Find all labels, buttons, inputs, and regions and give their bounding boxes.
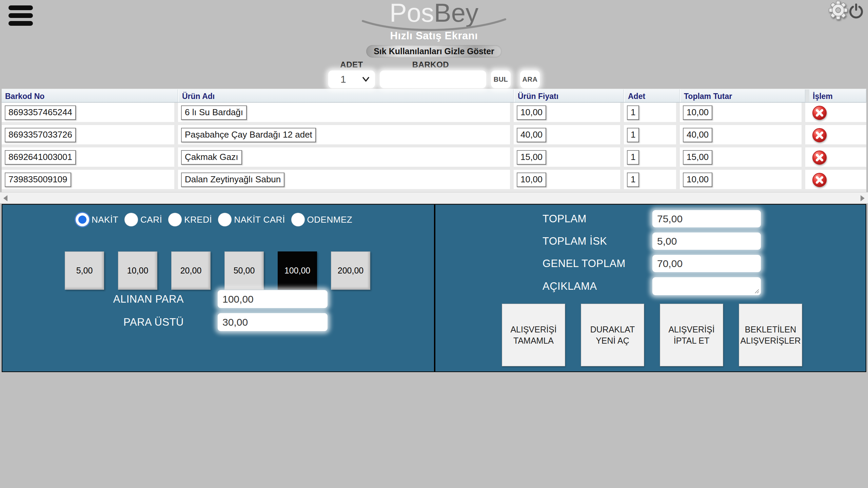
aciklama-label: AÇIKLAMA [542, 280, 652, 292]
toplam-input[interactable] [652, 210, 761, 227]
posbey-logo: PosBey [386, 0, 482, 30]
held-sales-button[interactable]: BEKLETİLEN ALIŞVERİŞLER [739, 304, 802, 366]
column-header-islem: İşlem [805, 89, 866, 102]
barcode-cell[interactable]: 8692641003001 [5, 150, 76, 165]
denomination-button-20[interactable]: 20,00 [171, 251, 211, 290]
price-cell[interactable]: 15,00 [517, 150, 546, 165]
cancel-sale-button[interactable]: ALIŞVERİŞİ İPTAL ET [660, 304, 723, 366]
column-header-barkod: Barkod No [2, 89, 178, 102]
barcode-cell[interactable]: 8693357465244 [5, 105, 76, 120]
table-header-row: Barkod No Ürün Adı Ürün Fiyatı Adet Topl… [2, 89, 866, 103]
radio-nakit[interactable]: NAKİT [76, 213, 118, 226]
toplam-isk-label: TOPLAM İSK [542, 235, 652, 247]
quantity-cell[interactable]: 1 [627, 105, 639, 120]
barcode-cell[interactable]: 8693357033726 [5, 128, 76, 142]
denomination-button-10[interactable]: 10,00 [118, 251, 157, 290]
delete-row-icon[interactable] [812, 172, 827, 187]
radio-icon [218, 213, 232, 226]
toplam-isk-input[interactable] [652, 232, 761, 250]
denomination-button-5[interactable]: 5,00 [65, 251, 104, 290]
textarea-resize-handle-icon[interactable] [754, 289, 759, 293]
product-name-cell[interactable]: 6 lı Su Bardağı [181, 105, 247, 120]
chevron-down-icon [362, 77, 370, 82]
radio-cari[interactable]: CARİ [124, 213, 162, 226]
quantity-select[interactable]: 1 [328, 70, 375, 88]
complete-sale-button[interactable]: ALIŞVERİŞİ TAMAMLA [502, 304, 565, 366]
price-cell[interactable]: 10,00 [517, 105, 546, 120]
payment-panel: NAKİT CARİ KREDİ NAKİT CARİ ODENMEZ 5,00… [2, 204, 435, 372]
logo-swoosh [359, 18, 509, 33]
radio-icon [168, 213, 182, 226]
total-cell[interactable]: 15,00 [683, 150, 712, 165]
aciklama-textarea[interactable] [652, 277, 761, 295]
radio-icon [76, 213, 89, 226]
adet-label: ADET [340, 60, 363, 69]
table-row: 739835009109 Dalan Zeytinyağlı Sabun 10,… [2, 170, 866, 192]
total-cell[interactable]: 10,00 [683, 172, 712, 187]
column-header-urun-adi: Ürün Adı [178, 89, 514, 102]
quantity-cell[interactable]: 1 [627, 150, 639, 165]
table-row: 8692641003001 Çakmak Gazı 15,00 1 15,00 [2, 147, 866, 170]
radio-icon [291, 213, 305, 226]
sale-items-table: Barkod No Ürün Adı Ürün Fiyatı Adet Topl… [2, 89, 866, 192]
radio-nakit-cari[interactable]: NAKİT CARİ [218, 213, 285, 226]
scroll-left-arrow-icon[interactable] [3, 195, 7, 201]
quantity-cell[interactable]: 1 [627, 128, 639, 142]
delete-row-icon[interactable] [812, 150, 827, 165]
genel-toplam-label: GENEL TOPLAM [542, 258, 652, 270]
genel-toplam-input[interactable] [652, 255, 761, 272]
hamburger-menu-icon[interactable] [8, 5, 33, 29]
action-buttons: ALIŞVERİŞİ TAMAMLA DURAKLAT YENİ AÇ ALIŞ… [502, 304, 818, 366]
price-cell[interactable]: 40,00 [517, 128, 546, 142]
denomination-buttons: 5,00 10,00 20,00 50,00 100,00 200,00 [65, 251, 384, 290]
power-logout-icon[interactable] [848, 3, 865, 21]
product-name-cell[interactable]: Dalan Zeytinyağlı Sabun [181, 172, 284, 187]
scroll-right-arrow-icon[interactable] [861, 195, 865, 201]
quantity-cell[interactable]: 1 [627, 172, 639, 187]
denomination-button-100[interactable]: 100,00 [278, 251, 317, 290]
top-header: PosBey Hızlı Satış Ekranı Sık Kullanılan… [0, 0, 868, 89]
radio-kredi[interactable]: KREDİ [168, 213, 212, 226]
barcode-cell[interactable]: 739835009109 [5, 172, 71, 187]
barkod-label: BARKOD [412, 60, 449, 69]
ara-button[interactable]: ARA [520, 70, 540, 88]
column-header-adet: Adet [624, 89, 680, 102]
table-row: 8693357465244 6 lı Su Bardağı 10,00 1 10… [2, 103, 866, 125]
bul-button[interactable]: BUL [491, 70, 511, 88]
table-row: 8693357033726 Paşabahçe Çay Bardağı 12 a… [2, 125, 866, 147]
total-cell[interactable]: 40,00 [683, 128, 712, 142]
delete-row-icon[interactable] [812, 105, 827, 120]
alinan-para-input[interactable] [218, 290, 328, 308]
favorites-toggle-button[interactable]: Sık Kullanılanları Gizle Göster [366, 45, 502, 58]
product-name-cell[interactable]: Paşabahçe Çay Bardağı 12 adet [181, 128, 316, 142]
denomination-button-200[interactable]: 200,00 [331, 251, 370, 290]
radio-icon [124, 213, 138, 226]
total-cell[interactable]: 10,00 [683, 105, 712, 120]
column-header-toplam-tutar: Toplam Tutar [680, 89, 805, 102]
settings-gear-icon[interactable] [829, 1, 848, 21]
barcode-input[interactable] [380, 70, 486, 88]
summary-panel: TOPLAM TOPLAM İSK GENEL TOPLAM AÇIKLAMA … [435, 204, 866, 372]
horizontal-scrollbar[interactable] [0, 192, 868, 203]
toplam-label: TOPLAM [542, 213, 652, 225]
para-ustu-label: PARA ÜSTÜ [2, 316, 184, 328]
para-ustu-input[interactable] [218, 313, 328, 331]
alinan-para-label: ALINAN PARA [2, 293, 184, 305]
product-name-cell[interactable]: Çakmak Gazı [181, 150, 242, 165]
payment-method-radios: NAKİT CARİ KREDİ NAKİT CARİ ODENMEZ [76, 213, 358, 226]
denomination-button-50[interactable]: 50,00 [224, 251, 264, 290]
radio-odenmez[interactable]: ODENMEZ [291, 213, 353, 226]
price-cell[interactable]: 10,00 [517, 172, 546, 187]
column-header-urun-fiyati: Ürün Fiyatı [514, 89, 624, 102]
delete-row-icon[interactable] [812, 128, 827, 143]
pause-open-new-button[interactable]: DURAKLAT YENİ AÇ [581, 304, 644, 366]
